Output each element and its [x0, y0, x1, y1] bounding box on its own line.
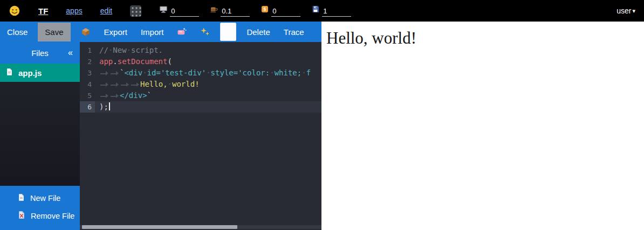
horizontal-scrollbar-thumb[interactable]	[82, 225, 237, 229]
new-file-label: New File	[30, 194, 60, 203]
line-number: 3	[80, 67, 95, 79]
space-whitespace-dot: ·	[206, 68, 210, 77]
tab-whitespace-arrow	[99, 92, 109, 100]
package-icon[interactable]	[81, 27, 91, 37]
code-line[interactable]: 6);	[80, 101, 321, 113]
code-line[interactable]: 1//·New·script.	[80, 45, 321, 56]
sidebar-footer: New File Remove File	[0, 186, 80, 230]
code-token: world!	[172, 80, 200, 88]
code-token: Hello,	[140, 80, 168, 88]
code-token: white;	[275, 68, 302, 77]
code-lines: 1//·New·script.2app.setDocument(3`<div·i…	[80, 42, 321, 113]
horizontal-scrollbar-track[interactable]	[80, 225, 321, 229]
preview-pane: Hello, world!	[321, 22, 644, 230]
code-line[interactable]: 3`<div·id='test-div'·style='color:·white…	[80, 67, 321, 79]
code-token: app	[99, 57, 113, 66]
import-button[interactable]: Import	[141, 27, 164, 37]
code-token: style='color:	[211, 68, 270, 77]
monitor-icon	[159, 5, 168, 17]
nav-link-apps[interactable]: apps	[66, 6, 82, 15]
collapse-sidebar-button[interactable]: «	[68, 48, 73, 58]
files-header-label: Files	[31, 48, 49, 58]
code-text: app.setDocument(	[95, 56, 172, 67]
money-stat-field[interactable]: 0	[271, 7, 300, 17]
line-number: 4	[80, 79, 95, 90]
delete-button[interactable]: Delete	[246, 27, 270, 37]
code-token: id='test-div'	[147, 68, 207, 77]
code-text: `<div·id='test-div'·style='color:·white;…	[95, 67, 311, 79]
files-header: Files «	[0, 42, 80, 64]
new-file-button[interactable]: New File	[0, 190, 80, 207]
stat-money: $ 0	[261, 5, 300, 17]
user-menu-label: user	[616, 6, 631, 15]
tab-whitespace-arrow	[99, 81, 109, 88]
stat-coffee: 0.1	[210, 5, 250, 17]
code-text: //·New·script.	[95, 45, 163, 56]
code-line[interactable]: 4Hello,·world!	[80, 79, 321, 90]
code-token: <div	[124, 68, 142, 77]
code-token: .	[113, 57, 117, 66]
preview-output-text: Hello, world!	[326, 29, 644, 48]
file-list-empty-area	[0, 82, 80, 186]
export-button[interactable]: Export	[104, 27, 127, 37]
editor-toolbar: Close Save Export Import Delete Trace	[0, 22, 321, 42]
chevron-down-icon: ▾	[632, 8, 635, 15]
coffee-stat-field[interactable]: 0.1	[221, 7, 250, 17]
blank-input-box[interactable]	[220, 23, 236, 41]
line-number: 1	[80, 45, 95, 56]
space-whitespace-dot: ·	[142, 68, 147, 77]
floppy-disk-icon	[311, 5, 320, 17]
tab-whitespace-arrow	[109, 81, 120, 88]
apps-grid-icon[interactable]	[130, 5, 141, 17]
resource-stats: 0 0.1 $ 0 1	[159, 5, 351, 17]
tab-whitespace-arrow	[99, 69, 109, 77]
stat-storage: 1	[311, 5, 351, 17]
code-token: );	[99, 102, 108, 111]
nav-link-edit[interactable]: edit	[100, 6, 113, 15]
document-icon	[5, 68, 13, 78]
tab-whitespace-arrow	[109, 92, 120, 100]
code-editor[interactable]: 1//·New·script.2app.setDocument(3`<div·i…	[80, 42, 321, 230]
text-cursor	[109, 102, 110, 110]
soap-icon[interactable]	[177, 27, 187, 37]
new-file-icon	[17, 193, 25, 203]
space-whitespace-dot: ·	[270, 68, 274, 77]
file-item-appjs[interactable]: app.js	[0, 64, 80, 82]
trace-button[interactable]: Trace	[284, 27, 304, 37]
ide-column: Close Save Export Import Delete Trace Fi…	[0, 22, 321, 230]
sparkles-icon[interactable]	[200, 27, 210, 37]
svg-text:$: $	[264, 6, 266, 12]
code-text: Hello,·world!	[95, 79, 200, 90]
code-line[interactable]: 5</div>`	[80, 90, 321, 101]
storage-stat-field[interactable]: 1	[322, 7, 351, 17]
user-menu[interactable]: user ▾	[616, 6, 635, 15]
remove-file-icon	[17, 211, 26, 221]
monitor-stat-field[interactable]: 0	[170, 7, 199, 17]
close-button[interactable]: Close	[7, 27, 28, 37]
space-whitespace-dot: ·	[302, 68, 306, 77]
code-token: New	[113, 46, 126, 54]
tab-whitespace-arrow	[109, 69, 120, 77]
code-token: `	[147, 91, 152, 100]
code-token: //	[99, 46, 108, 54]
space-whitespace-dot: ·	[127, 46, 131, 54]
code-line[interactable]: 2app.setDocument(	[80, 56, 321, 67]
money-icon: $	[261, 5, 269, 17]
remove-file-label: Remove File	[31, 212, 74, 220]
code-token: setDocument	[118, 57, 168, 66]
top-bar: TF apps edit 0 0.1 $ 0 1	[0, 0, 644, 22]
code-text: );	[95, 101, 110, 113]
workspace: Files « app.js New File	[0, 42, 321, 230]
tab-whitespace-arrow	[130, 81, 140, 88]
file-item-label: app.js	[18, 68, 42, 78]
line-number: 2	[80, 56, 95, 67]
save-button[interactable]: Save	[38, 23, 70, 41]
space-whitespace-dot: ·	[168, 80, 172, 88]
line-number: 5	[80, 90, 95, 101]
smiley-logo-icon	[9, 5, 20, 17]
line-number: 6	[80, 101, 95, 113]
code-token: (	[167, 57, 172, 66]
code-token: </div>	[120, 91, 147, 100]
remove-file-button[interactable]: Remove File	[0, 207, 80, 225]
brand-link-tf[interactable]: TF	[38, 6, 48, 16]
